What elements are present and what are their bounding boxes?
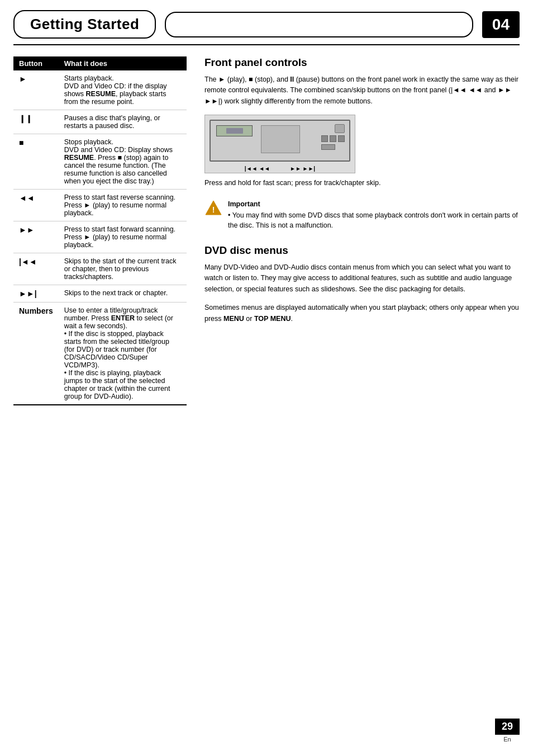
btn-symbol-numbers: Numbers [13,303,59,405]
table-row: ❙❙ Pauses a disc that's playing, or rest… [13,110,187,134]
table-row: ■ Stops playback. DVD and Video CD: Disp… [13,134,187,190]
button-table: Button What it does ► Starts playback. D… [13,56,187,405]
main-content: Button What it does ► Starts playback. D… [0,45,533,419]
btn-desc-play: Starts playback. DVD and Video CD: if th… [59,70,187,110]
btn-symbol-skip-fwd: ►►| [13,285,59,303]
front-panel-title: Front panel controls [204,56,520,69]
player-display [216,125,253,136]
dvd-menus-text2: Sometimes menus are displayed automatica… [204,303,520,324]
btn-desc-stop: Stops playback. DVD and Video CD: Displa… [59,134,187,190]
player-caption: Press and hold for fast scan; press for … [204,178,520,188]
btn-symbol-skip-back: |◄◄ [13,253,59,285]
btn-symbol-ff: ►► [13,221,59,253]
btn-desc-numbers: Use to enter a title/group/track number.… [59,303,187,405]
important-label: Important [228,200,520,208]
right-section: Front panel controls The ► (play), ■ (st… [204,56,520,405]
col-button-header: Button [13,56,59,70]
btn-symbol-play: ► [13,70,59,110]
chapter-number: 04 [482,11,520,38]
front-panel-text: The ► (play), ■ (stop), and II (pause) b… [204,74,520,107]
warning-svg: ! [204,199,222,217]
btn-symbol-stop: ■ [13,134,59,190]
page-header: Getting Started 04 [0,0,533,44]
page-number: 29 [495,719,520,735]
svg-text:!: ! [212,205,215,214]
page-lang: En [503,736,511,743]
table-row: ►► Press to start fast forward scanning.… [13,221,187,253]
dvd-menus-text1: Many DVD-Video and DVD-Audio discs conta… [204,262,520,295]
header-subtitle-box [165,12,473,37]
player-label-left: |◄◄ ◄◄ [245,166,270,172]
col-desc-header: What it does [59,56,187,70]
btn-desc-skip-back: Skips to the start of the current track … [59,253,187,285]
front-panel-section: Front panel controls The ► (play), ■ (st… [204,56,520,189]
page-title: Getting Started [13,10,156,39]
dvd-menus-section: DVD disc menus Many DVD-Video and DVD-Au… [204,244,520,324]
important-content: Important • You may find with some DVD d… [228,200,520,231]
btn-desc-ff: Press to start fast forward scanning. Pr… [59,221,187,253]
important-text: • You may find with some DVD discs that … [228,210,520,231]
table-row: ►►| Skips to the next track or chapter. [13,285,187,303]
table-row: ► Starts playback. DVD and Video CD: if … [13,70,187,110]
btn-desc-skip-fwd: Skips to the next track or chapter. [59,285,187,303]
table-row: |◄◄ Skips to the start of the current tr… [13,253,187,285]
table-row: ◄◄ Press to start fast reverse scanning.… [13,190,187,221]
player-labels: |◄◄ ◄◄ ►► ►►| [205,166,355,172]
table-row: Numbers Use to enter a title/group/track… [13,303,187,405]
btn-symbol-rewind: ◄◄ [13,190,59,221]
button-table-section: Button What it does ► Starts playback. D… [13,56,187,405]
player-label-right: ►► ►►| [290,166,315,172]
btn-desc-rewind: Press to start fast reverse scanning. Pr… [59,190,187,221]
warning-icon: ! [204,199,222,221]
page-footer: 29 En [495,719,520,743]
btn-desc-pause: Pauses a disc that's playing, or restart… [59,110,187,134]
important-box: ! Important • You may find with some DVD… [204,197,520,235]
dvd-menus-title: DVD disc menus [204,244,520,257]
player-buttons [321,124,345,150]
btn-symbol-pause: ❙❙ [13,110,59,134]
player-image: |◄◄ ◄◄ ►► ►►| [204,115,355,173]
